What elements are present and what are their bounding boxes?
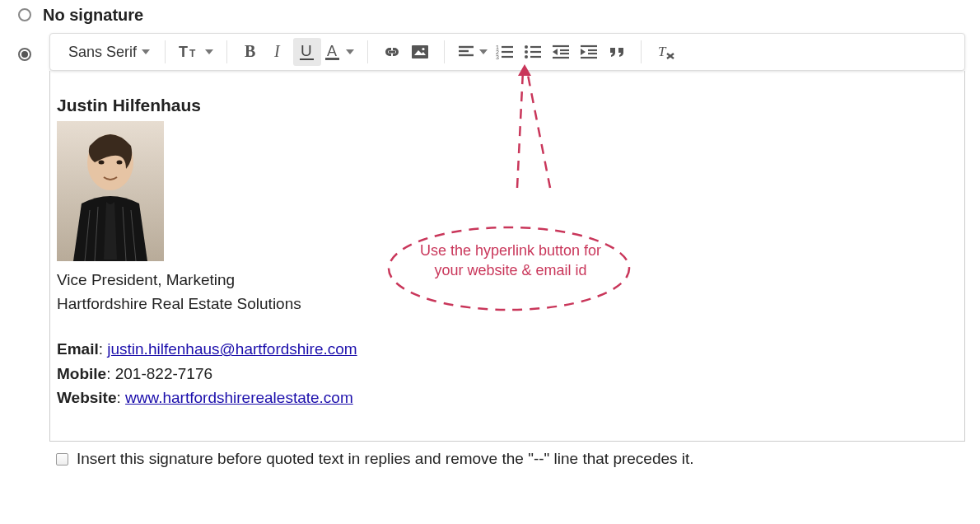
svg-point-42	[99, 160, 105, 164]
no-signature-radio[interactable]	[18, 8, 31, 21]
align-button[interactable]	[455, 38, 491, 66]
indent-more-icon	[580, 44, 598, 59]
text-color-button[interactable]: A	[321, 38, 357, 66]
chevron-down-icon	[142, 49, 150, 54]
signature-editor-area[interactable]: Justin Hilfenhaus Vice President, Marke	[49, 71, 965, 442]
indent-less-button[interactable]	[547, 38, 575, 66]
svg-text:A: A	[327, 43, 337, 59]
chevron-down-icon	[346, 49, 354, 54]
italic-button[interactable]: I	[265, 38, 293, 66]
indent-less-icon	[552, 44, 570, 59]
toolbar-separator	[165, 40, 166, 63]
email-link[interactable]: justin.hilfenhaus@hartfordshire.com	[107, 340, 357, 358]
font-size-icon: T T	[179, 44, 200, 60]
quote-button[interactable]	[603, 38, 631, 66]
colon: :	[106, 365, 115, 382]
no-signature-label: No signature	[43, 6, 143, 25]
image-icon	[411, 44, 429, 60]
svg-text:B: B	[245, 44, 255, 60]
underline-icon: U	[299, 43, 315, 61]
bullet-list-icon	[524, 44, 542, 59]
chevron-down-icon	[479, 49, 488, 54]
bold-icon: B	[244, 44, 259, 60]
toolbar-separator	[444, 40, 445, 63]
link-icon	[382, 44, 402, 60]
signature-website-line: Website: www.hartfordshirerealestate.com	[57, 386, 958, 409]
svg-text:T: T	[179, 44, 188, 60]
signature-photo	[57, 121, 164, 261]
align-icon	[458, 44, 474, 59]
svg-point-10	[422, 48, 424, 50]
svg-point-43	[117, 160, 123, 164]
colon: :	[117, 389, 126, 406]
svg-point-20	[525, 45, 528, 49]
numbered-list-icon: 1 2 3	[496, 44, 514, 59]
signature-title: Vice President, Marketing	[57, 268, 958, 292]
insert-before-quoted-label: Insert this signature before quoted text…	[77, 450, 694, 468]
svg-rect-7	[325, 58, 339, 60]
no-signature-row: No signature	[0, 5, 980, 25]
remove-formatting-icon: T	[656, 44, 675, 60]
bold-button[interactable]: B	[237, 38, 265, 66]
font-size-button[interactable]: T T	[175, 38, 217, 66]
svg-text:I: I	[273, 44, 281, 60]
colon: :	[99, 340, 108, 358]
svg-text:U: U	[301, 43, 312, 59]
signature-company: Hartfordshire Real Estate Solutions	[57, 292, 958, 316]
text-color-icon: A	[324, 43, 341, 61]
toolbar-separator	[367, 40, 368, 63]
font-family-select[interactable]: Sans Serif	[65, 38, 155, 66]
custom-signature-radio[interactable]	[18, 48, 31, 61]
email-label: Email	[57, 340, 99, 358]
signature-email-line: Email: justin.hilfenhaus@hartfordshire.c…	[57, 337, 958, 361]
insert-link-button[interactable]	[378, 38, 406, 66]
mobile-value: 201-822-7176	[115, 365, 212, 382]
website-label: Website	[57, 389, 117, 406]
insert-before-quoted-row: Insert this signature before quoted text…	[56, 450, 980, 468]
insert-image-button[interactable]	[406, 38, 434, 66]
svg-text:T: T	[189, 48, 196, 59]
svg-text:T: T	[658, 44, 667, 59]
signature-editor-block: Sans Serif T T B I U	[49, 33, 965, 442]
font-family-label: Sans Serif	[68, 44, 137, 61]
toolbar-separator	[226, 40, 227, 63]
editor-toolbar: Sans Serif T T B I U	[49, 33, 965, 71]
underline-button[interactable]: U	[293, 38, 321, 66]
toolbar-separator	[641, 40, 642, 63]
website-link[interactable]: www.hartfordshirerealestate.com	[125, 389, 353, 406]
italic-icon: I	[272, 44, 287, 60]
signature-mobile-line: Mobile: 201-822-7176	[57, 362, 958, 386]
signature-name: Justin Hilfenhaus	[57, 92, 958, 119]
indent-more-button[interactable]	[575, 38, 603, 66]
chevron-down-icon	[205, 49, 213, 54]
remove-formatting-button[interactable]: T	[651, 38, 679, 66]
svg-point-21	[525, 50, 528, 54]
insert-before-quoted-checkbox[interactable]	[56, 453, 68, 466]
numbered-list-button[interactable]: 1 2 3	[491, 38, 519, 66]
mobile-label: Mobile	[57, 365, 106, 382]
bullet-list-button[interactable]	[519, 38, 547, 66]
quote-icon	[608, 44, 626, 59]
svg-marker-35	[581, 49, 586, 55]
svg-text:3: 3	[496, 54, 499, 59]
svg-marker-30	[553, 49, 558, 55]
svg-point-22	[525, 55, 528, 58]
